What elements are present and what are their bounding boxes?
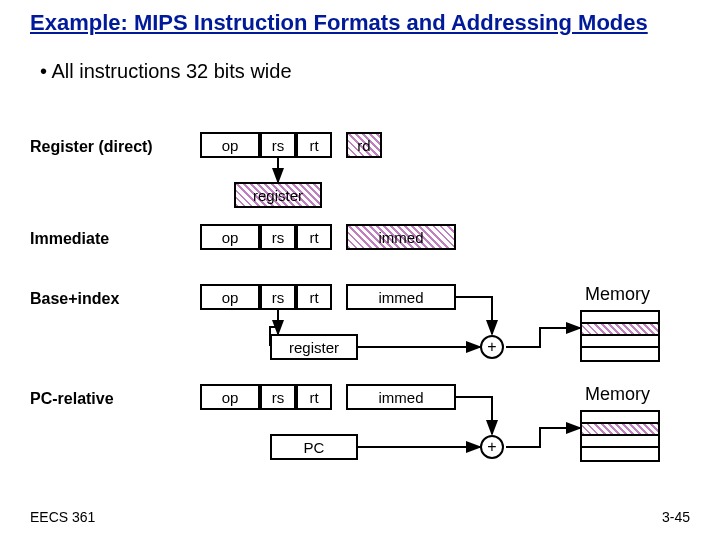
label-register-direct: Register (direct) [30,138,153,156]
field-op-4: op [200,384,260,410]
label-pc-relative: PC-relative [30,390,114,408]
pc-box: PC [270,434,358,460]
plus-icon-2: + [480,435,504,459]
footer-right: 3-45 [662,509,690,525]
memory-stack-1 [580,310,660,362]
field-rd: rd [346,132,382,158]
page-title: Example: MIPS Instruction Formats and Ad… [30,10,648,36]
field-immed-2: immed [346,224,456,250]
field-rs-2: rs [260,224,296,250]
field-rs-4: rs [260,384,296,410]
field-rt-3: rt [296,284,332,310]
field-immed-4: immed [346,384,456,410]
field-op-3: op [200,284,260,310]
field-rs-3: rs [260,284,296,310]
field-rs: rs [260,132,296,158]
subtitle: • All instructions 32 bits wide [40,60,292,83]
plus-icon-1: + [480,335,504,359]
register-box-1: register [234,182,322,208]
field-op: op [200,132,260,158]
field-rt: rt [296,132,332,158]
label-base-index: Base+index [30,290,119,308]
register-box-3: register [270,334,358,360]
field-rt-4: rt [296,384,332,410]
memory-label-2: Memory [585,384,650,405]
field-immed-3: immed [346,284,456,310]
label-immediate: Immediate [30,230,109,248]
field-rt-2: rt [296,224,332,250]
field-op-2: op [200,224,260,250]
memory-stack-2 [580,410,660,462]
footer-left: EECS 361 [30,509,95,525]
memory-label-1: Memory [585,284,650,305]
